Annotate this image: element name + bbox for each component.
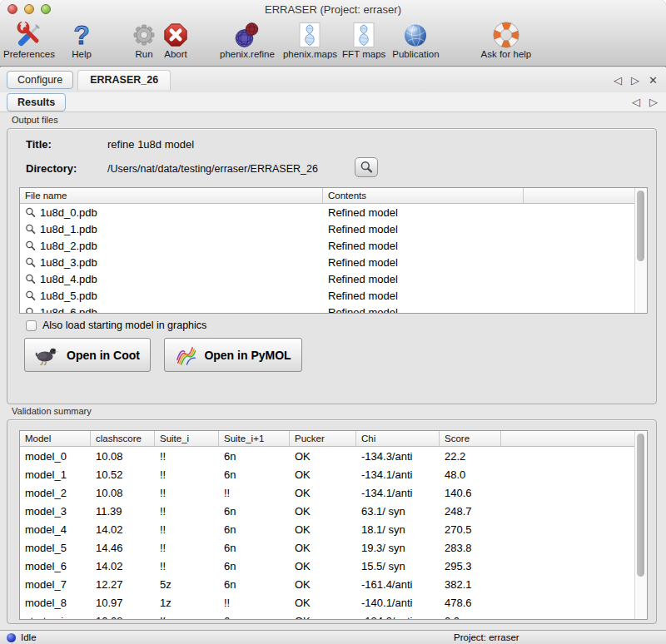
file-contents: Refined model [323, 273, 524, 285]
validation-row[interactable]: model_8 10.97 1z !! OK -140.1/anti 478.6 [20, 593, 634, 612]
validation-summary-label: Validation summary [12, 406, 92, 416]
question-mark-icon: ? [68, 20, 95, 49]
column-header[interactable]: Pucker [290, 431, 356, 446]
validation-row[interactable]: start_min 10.08 !! 6n OK -134.3/anti 0.0 [20, 612, 634, 620]
column-header[interactable] [524, 188, 647, 203]
validation-row[interactable]: model_0 10.08 !! 6n OK -134.3/anti 22.2 [20, 447, 634, 465]
score-cell: 382.1 [440, 578, 501, 591]
validation-row[interactable]: model_5 14.46 !! 6n OK 19.3/ syn 283.8 [20, 538, 634, 557]
suite-i1-cell: !! [219, 487, 290, 499]
toolbar-button-ask-for-help[interactable]: Ask for help [481, 20, 532, 59]
column-header[interactable]: clashscore [91, 431, 155, 446]
title-label: Title: [26, 138, 52, 151]
abort-octagon-icon [163, 20, 188, 49]
toolbar-button-phenix-refine[interactable]: phenix.refine [220, 20, 275, 59]
file-table-scrollbar[interactable] [634, 188, 647, 313]
suite-i-cell: !! [155, 523, 219, 536]
file-row[interactable]: 1u8d_4.pdb Refined model [20, 270, 634, 287]
mesh-spheres-icon [234, 20, 261, 49]
suite-i-cell: !! [155, 542, 219, 554]
validation-row[interactable]: model_6 14.02 !! 6n OK 15.5/ syn 295.3 [20, 557, 634, 575]
suite-i1-cell: 6n [219, 615, 290, 621]
scrollbar-thumb[interactable] [637, 433, 644, 577]
pucker-cell: OK [290, 615, 356, 621]
toolbar-label: FFT maps [342, 49, 385, 59]
column-header[interactable]: Suite_i+1 [219, 431, 290, 446]
sub-tab-next-icon[interactable]: ▷ [649, 97, 658, 107]
file-name: 1u8d_1.pdb [40, 223, 97, 235]
column-header[interactable]: Model [20, 431, 91, 446]
clashscore-cell: 10.08 [91, 615, 155, 621]
tab-results[interactable]: Results [7, 93, 66, 111]
toolbar-label: Preferences [3, 49, 55, 59]
file-row[interactable]: 1u8d_2.pdb Refined model [20, 237, 634, 254]
validation-row[interactable]: model_3 11.39 !! 6n OK 63.1/ syn 248.7 [20, 502, 634, 520]
column-header[interactable]: File name [20, 188, 323, 203]
app-window: ERRASER (Project: erraser) Preferences [0, 0, 666, 644]
validation-list: model_0 10.08 !! 6n OK -134.3/anti 22.2 … [20, 447, 634, 620]
column-header[interactable]: Suite_i [155, 431, 219, 446]
file-name: 1u8d_3.pdb [40, 256, 97, 269]
toolbar-button-publication[interactable]: Publication [392, 20, 439, 59]
toolbar-button-run[interactable]: Run [132, 20, 157, 59]
toolbar-label: Ask for help [481, 49, 532, 59]
file-contents: Refined model [323, 206, 524, 219]
file-row[interactable]: 1u8d_6.pdb Refined model [20, 304, 634, 314]
coot-bird-icon [35, 345, 60, 365]
toolbar-button-phenix-maps[interactable]: phenix.maps [283, 20, 337, 59]
clashscore-cell: 11.39 [91, 505, 155, 518]
file-row[interactable]: 1u8d_0.pdb Refined model [20, 204, 634, 220]
file-row[interactable]: 1u8d_1.pdb Refined model [20, 220, 634, 237]
browse-directory-button[interactable] [355, 157, 378, 177]
pucker-cell: OK [290, 450, 356, 463]
sub-tab-nav: ◁ ▷ [632, 97, 658, 107]
column-header[interactable]: Score [440, 431, 501, 446]
scrollbar-thumb[interactable] [637, 191, 644, 261]
file-contents: Refined model [323, 290, 524, 302]
status-text: Idle [21, 632, 37, 642]
tab-prev-icon[interactable]: ◁ [614, 75, 622, 86]
sub-tab-prev-icon[interactable]: ◁ [632, 97, 640, 107]
chi-cell: -161.4/anti [356, 578, 440, 591]
suite-i1-cell: 6n [219, 542, 290, 554]
titlebar: ERRASER (Project: erraser) [0, 0, 666, 18]
tab-erraser-26[interactable]: ERRASER_26 [77, 70, 171, 91]
tab-next-icon[interactable]: ▷ [631, 75, 639, 86]
open-in-coot-button[interactable]: Open in Coot [24, 338, 151, 372]
column-header[interactable]: Chi [356, 431, 440, 446]
pucker-cell: OK [290, 468, 356, 481]
toolbar-button-help[interactable]: ? Help [68, 20, 95, 59]
output-files-table-header: File nameContents [20, 188, 647, 204]
validation-row[interactable]: model_7 12.27 5z 6n OK -161.4/anti 382.1 [20, 575, 634, 593]
magnifier-icon [25, 290, 36, 301]
toolbar-button-abort[interactable]: Abort [163, 20, 188, 59]
map-mesh-icon [296, 20, 323, 49]
validation-table-scrollbar[interactable] [634, 431, 647, 619]
open-in-pymol-button[interactable]: Open in PyMOL [164, 338, 302, 372]
toolbar-label: Help [72, 49, 92, 59]
load-starting-model-checkbox[interactable] [26, 320, 37, 331]
file-contents: Refined model [323, 240, 524, 252]
validation-row[interactable]: model_2 10.08 !! !! OK -134.1/anti 140.6 [20, 483, 634, 502]
suite-i1-cell: 6n [219, 523, 290, 536]
directory-label: Directory: [26, 162, 77, 175]
score-cell: 248.7 [440, 505, 501, 518]
tab-configure[interactable]: Configure [7, 71, 73, 89]
clashscore-cell: 12.27 [91, 578, 155, 591]
magnifier-icon [25, 207, 36, 218]
column-header[interactable] [501, 431, 647, 446]
validation-row[interactable]: model_1 10.52 !! 6n OK -134.1/anti 48.0 [20, 465, 634, 483]
suite-i1-cell: 6n [219, 560, 290, 572]
column-header[interactable]: Contents [323, 188, 524, 203]
tab-close-icon[interactable]: ✕ [649, 75, 658, 86]
clashscore-cell: 10.08 [91, 450, 155, 463]
suite-i-cell: 5z [155, 578, 219, 591]
toolbar-button-fft-maps[interactable]: FFT maps [342, 20, 385, 59]
pucker-cell: OK [290, 560, 356, 572]
file-row[interactable]: 1u8d_5.pdb Refined model [20, 287, 634, 304]
results-panel: Output files Title: refine 1u8d model Di… [0, 112, 666, 630]
toolbar-label: phenix.maps [283, 49, 337, 59]
file-row[interactable]: 1u8d_3.pdb Refined model [20, 254, 634, 270]
toolbar-button-preferences[interactable]: Preferences [3, 20, 55, 59]
validation-row[interactable]: model_4 14.02 !! 6n OK 18.1/ syn 270.5 [20, 520, 634, 538]
